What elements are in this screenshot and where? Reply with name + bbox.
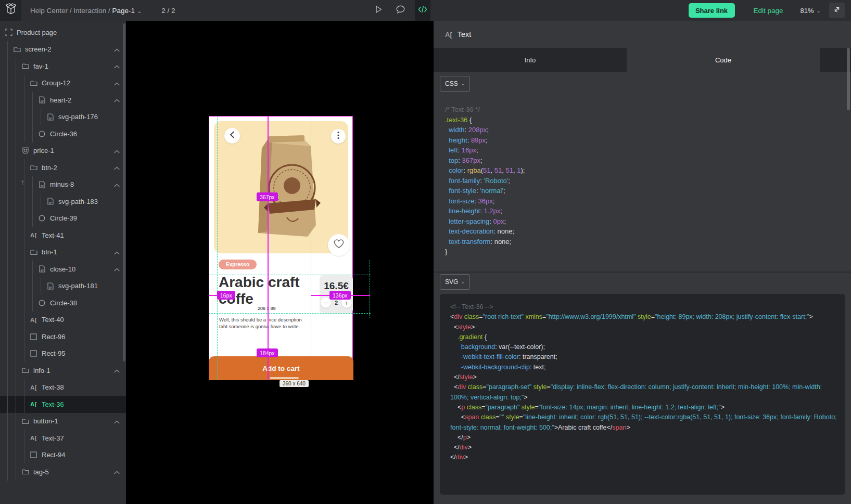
- layer-item-rect-96[interactable]: Rect-96: [0, 328, 126, 345]
- layer-item-btn-1[interactable]: btn-1: [0, 244, 126, 261]
- chevron-up-icon[interactable]: [114, 46, 120, 54]
- indent-guide: [32, 92, 33, 109]
- quantity-value: 2: [335, 300, 338, 306]
- chevron-up-icon[interactable]: [114, 164, 120, 172]
- chevron-up-icon[interactable]: [114, 468, 120, 476]
- layer-item-close-10[interactable]: close-10: [0, 261, 126, 278]
- chevron-up-icon[interactable]: [114, 367, 120, 374]
- layer-item-svg-path-181[interactable]: svg-path-181: [0, 278, 126, 295]
- folder-icon: [30, 248, 37, 256]
- app-logo[interactable]: [0, 0, 21, 21]
- indent-guide: [41, 193, 41, 210]
- back-button[interactable]: [224, 128, 240, 144]
- layer-item-group-12[interactable]: Group-12: [0, 75, 126, 92]
- play-button[interactable]: [371, 3, 386, 18]
- chevron-down-icon[interactable]: ⌄: [137, 8, 142, 14]
- tab-info[interactable]: Info: [434, 48, 627, 72]
- indent-guide: [24, 75, 24, 92]
- code-line: background: var(--text-color);: [450, 342, 838, 352]
- indent-guide: [7, 294, 8, 312]
- layer-label: svg-path-183: [58, 198, 98, 205]
- file-icon: [38, 96, 46, 104]
- layer-item-text-36[interactable]: A[Text-36: [0, 396, 126, 413]
- panel-scrollbar[interactable]: [847, 48, 850, 110]
- code-line: font-family: 'Roboto';: [445, 176, 525, 186]
- fullscreen-button[interactable]: [829, 3, 845, 18]
- code-line: text-transform: none;: [445, 237, 525, 247]
- zoom-level-dropdown[interactable]: 81%⌄: [801, 7, 821, 15]
- layer-label: Text-38: [42, 383, 64, 391]
- indent-guide: [16, 278, 16, 295]
- chevron-up-icon[interactable]: [114, 181, 120, 189]
- code-line: </style>: [450, 372, 838, 382]
- layer-label: Group-12: [42, 79, 70, 87]
- measure-line-horizontal: [209, 295, 218, 296]
- favorite-button[interactable]: [328, 234, 350, 256]
- layer-item-product page[interactable]: Product page: [0, 24, 126, 41]
- chevron-up-icon[interactable]: [114, 80, 120, 87]
- layer-item-btn-2[interactable]: btn-2: [0, 159, 126, 176]
- layer-item-rect-94[interactable]: Rect-94: [0, 447, 126, 464]
- layer-item-tag-5[interactable]: tag-5: [0, 463, 126, 481]
- layer-label: Text-41: [42, 231, 64, 239]
- canvas[interactable]: Expresso Arabic craft coffe 208 x 89 16.…: [126, 21, 434, 504]
- layer-item-text-41[interactable]: A[Text-41: [0, 227, 126, 244]
- indent-guide: [24, 396, 24, 413]
- layer-item-text-38[interactable]: A[Text-38: [0, 379, 126, 396]
- layer-item-rect-95[interactable]: Rect-95: [0, 345, 126, 363]
- layer-item-price-1[interactable]: price-1: [0, 143, 126, 160]
- layer-item-info-1[interactable]: info-1: [0, 362, 126, 379]
- chevron-up-icon[interactable]: [114, 62, 120, 70]
- comment-button[interactable]: [393, 3, 408, 18]
- chevron-up-icon[interactable]: [114, 249, 120, 256]
- indent-guide: [7, 143, 8, 160]
- layer-item-heart-2[interactable]: heart-2: [0, 92, 126, 109]
- breadcrumb[interactable]: Help Center / Interaction / Page-1⌄: [30, 7, 142, 15]
- share-link-button[interactable]: Share link: [689, 3, 735, 18]
- indent-guide: [24, 244, 24, 261]
- layer-item-fav-1[interactable]: fav-1: [0, 58, 126, 75]
- css-code-block[interactable]: /* Text-36 */.text-36 { width: 208px; he…: [445, 105, 525, 257]
- code-line: </p>: [450, 433, 838, 443]
- layer-label: Text-36: [42, 400, 64, 408]
- selection-size-label: 208 x 89: [258, 306, 276, 311]
- layer-item-circle-36[interactable]: Circle-36: [0, 125, 126, 143]
- layer-item-screen-2[interactable]: screen-2: [0, 41, 126, 58]
- svg-format-dropdown[interactable]: SVG ⌄: [440, 274, 470, 290]
- layer-item-svg-path-176[interactable]: svg-path-176: [0, 109, 126, 126]
- product-tag-badge[interactable]: Expresso: [219, 260, 257, 269]
- layer-item-circle-39[interactable]: Circle-39: [0, 210, 126, 227]
- layer-item-text-40[interactable]: A[Text-40: [0, 312, 126, 329]
- indent-guide: [16, 362, 16, 379]
- layer-item-button-1[interactable]: button-1: [0, 413, 126, 430]
- code-brackets-icon: [418, 6, 427, 15]
- folder-icon: [21, 367, 29, 374]
- edit-page-link[interactable]: Edit page: [754, 7, 783, 15]
- indent-guide: [16, 345, 16, 363]
- text-icon: A[: [30, 434, 37, 442]
- layer-item-svg-path-183[interactable]: svg-path-183: [0, 193, 126, 210]
- layer-item-text-37[interactable]: A[Text-37: [0, 430, 126, 447]
- device-frame[interactable]: Expresso Arabic craft coffe 208 x 89 16.…: [209, 116, 353, 380]
- folder-icon: [30, 79, 37, 87]
- chevron-up-icon[interactable]: [114, 418, 120, 425]
- layer-label: Circle-38: [50, 299, 77, 307]
- layer-item-minus-8[interactable]: minus-8: [0, 176, 126, 193]
- css-format-dropdown[interactable]: CSS ⌄: [440, 76, 470, 92]
- code-mode-button[interactable]: [415, 0, 430, 21]
- indent-guide: [7, 261, 8, 278]
- code-line: </div>: [450, 453, 838, 462]
- indent-guide: [16, 227, 16, 244]
- product-price: 16.5€: [320, 280, 353, 292]
- sidebar-scrollbar[interactable]: [123, 23, 125, 361]
- svg-code-block[interactable]: <!-- Text-36 --><div class="root rich-te…: [450, 302, 838, 463]
- chevron-up-icon[interactable]: [114, 96, 120, 104]
- chevron-up-icon[interactable]: [114, 147, 120, 155]
- tab-code[interactable]: Code: [627, 48, 820, 72]
- chevron-up-icon[interactable]: [114, 265, 120, 273]
- code-line: top: 367px;: [445, 156, 525, 166]
- description-line: taht someone is gonna have to write.: [219, 324, 302, 330]
- more-options-button[interactable]: [331, 129, 346, 144]
- layer-item-circle-38[interactable]: Circle-38: [0, 294, 126, 312]
- code-line: <!-- Text-36 -->: [450, 302, 838, 312]
